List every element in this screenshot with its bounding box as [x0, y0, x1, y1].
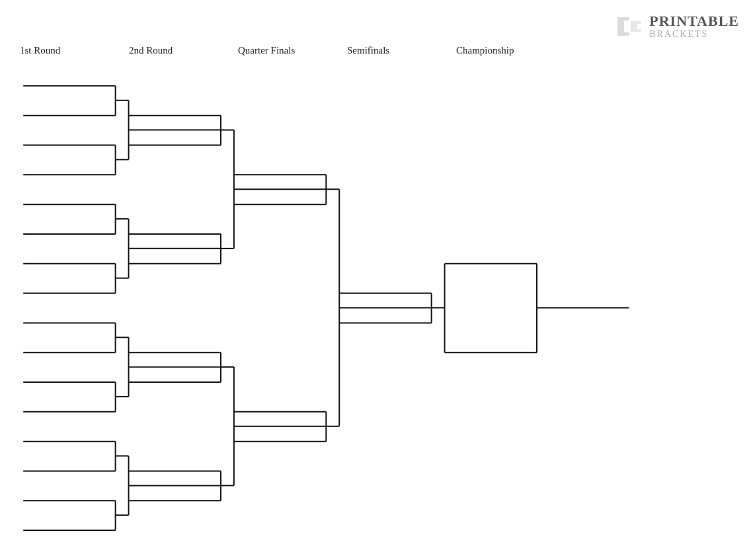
label-round1: 1st Round — [20, 45, 129, 56]
logo-text: PRINTABLE BRACKETS — [649, 13, 739, 40]
svg-rect-1 — [617, 17, 629, 20]
logo-brackets-label: BRACKETS — [649, 29, 739, 39]
svg-rect-2 — [617, 32, 629, 36]
svg-rect-5 — [631, 29, 641, 32]
bracket-svg — [13, 66, 738, 547]
svg-rect-4 — [631, 21, 641, 24]
logo-icon — [615, 12, 644, 41]
bracket-container — [13, 66, 738, 547]
label-round3: Quarter Finals — [238, 45, 347, 56]
label-round5: Championship — [456, 45, 565, 56]
label-round2: 2nd Round — [129, 45, 238, 56]
logo: PRINTABLE BRACKETS — [615, 12, 739, 41]
label-round4: Semifinals — [347, 45, 456, 56]
round-labels: 1st Round 2nd Round Quarter Finals Semif… — [20, 45, 731, 56]
logo-printable-label: PRINTABLE — [649, 13, 739, 29]
